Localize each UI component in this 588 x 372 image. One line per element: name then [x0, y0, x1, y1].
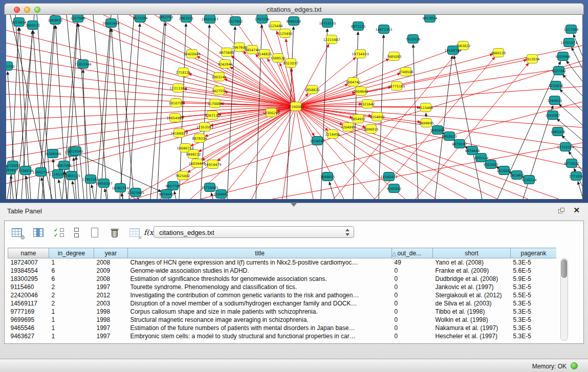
table-cell[interactable]: 0 [392, 316, 433, 324]
table-row[interactable]: 946362711997Embryonic stem cells: a mode… [8, 332, 557, 340]
graph-node[interactable]: 20206556 [44, 149, 61, 158]
graph-node[interactable]: 1604742 [346, 78, 361, 86]
close-panel-icon[interactable]: ✕ [573, 206, 580, 215]
graph-node[interactable]: 2216455 [325, 130, 340, 139]
table-cell[interactable]: 18300295 [8, 275, 49, 283]
new-table-icon[interactable] [89, 226, 102, 239]
table-cell[interactable]: 5.3E-5 [511, 324, 557, 332]
memory-status-indicator[interactable] [571, 362, 578, 369]
table-cell[interactable]: Hescheler et al. (1997) [433, 332, 511, 340]
column-header-year[interactable]: year [94, 248, 128, 258]
graph-node[interactable]: 2718126 [176, 68, 191, 77]
table-selector-dropdown[interactable]: citations_edges.txt [154, 226, 354, 238]
row-height-icon[interactable] [70, 226, 83, 239]
table-row[interactable]: 946554611997Estimation of the future num… [8, 324, 557, 332]
graph-node[interactable]: 1854957 [351, 115, 366, 123]
column-header-title[interactable]: title [128, 248, 392, 258]
graph-node[interactable]: 8322037 [284, 59, 298, 68]
table-cell[interactable]: 9115460 [8, 283, 49, 291]
graph-node[interactable]: 6879197 [452, 140, 467, 148]
graph-node[interactable]: 14671355 [375, 25, 392, 34]
network-window-titlebar[interactable]: citations_edges.txt [4, 3, 584, 15]
table-cell[interactable]: 1 [49, 308, 94, 316]
vertical-scrollbar[interactable] [560, 258, 568, 341]
table-row[interactable]: 911546021997Tourette syndrome. Phenomeno… [8, 283, 557, 291]
table-cell[interactable]: 1998 [94, 308, 128, 316]
table-cell[interactable]: 1997 [94, 324, 128, 332]
table-cell[interactable]: 1 [49, 316, 94, 324]
table-cell[interactable]: 9777169 [8, 308, 49, 316]
table-cell[interactable]: Genome-wide association studies in ADHD. [128, 267, 392, 275]
graph-node[interactable]: 6773022 [564, 159, 579, 168]
table-cell[interactable]: 2008 [94, 258, 128, 267]
table-cell[interactable]: 5.3E-5 [511, 308, 557, 316]
table-cell[interactable]: Stergiakouli et al. (2012) [433, 291, 511, 299]
graph-node[interactable]: 8878334 [192, 134, 207, 143]
table-cell[interactable]: 6 [49, 275, 94, 283]
table-cell[interactable]: 0 [392, 299, 433, 308]
table-cell[interactable]: 0 [392, 308, 433, 316]
table-cell[interactable]: 1 [49, 332, 94, 340]
graph-node[interactable]: 12215987 [323, 35, 340, 44]
column-header-name[interactable]: name [8, 248, 49, 258]
table-cell[interactable]: Corpus callosum shape and size in male p… [128, 308, 392, 316]
graph-node[interactable]: 1125484 [268, 21, 283, 30]
table-cell[interactable]: 5.3E-5 [511, 316, 557, 324]
graph-node[interactable]: 1514545 [310, 137, 325, 145]
graph-node[interactable]: 9146821 [257, 50, 272, 58]
splitter-handle-icon[interactable] [291, 203, 297, 207]
graph-node[interactable]: 1599387 [546, 111, 560, 120]
table-cell[interactable]: 2008 [94, 275, 128, 283]
table-cell[interactable]: 9465546 [8, 324, 49, 332]
column-header-pagerank[interactable]: pagerank [511, 248, 557, 258]
table-cell[interactable]: Tourette syndrome. Phenomenology and cla… [128, 283, 392, 291]
table-cell[interactable]: 0 [392, 267, 433, 275]
graph-node[interactable]: 1244413 [548, 96, 562, 105]
table-cell[interactable]: 2009 [94, 267, 128, 275]
graph-node[interactable]: 16039468 [188, 159, 205, 168]
graph-node[interactable]: 9660125 [491, 49, 506, 57]
graph-node[interactable]: 2015614 [12, 18, 27, 27]
table-cell[interactable]: Jankovic et al. (1997) [433, 283, 511, 291]
table-cell[interactable]: Nakamura et al. (1997) [433, 324, 511, 332]
graph-node[interactable]: 15751074 [560, 38, 577, 47]
graph-node[interactable]: 19654985 [166, 114, 183, 122]
graph-node[interactable]: 1321642 [360, 100, 375, 108]
graph-node[interactable]: 8096915 [364, 125, 379, 134]
table-cell[interactable]: Wolkin et al. (1998) [433, 316, 511, 324]
graph-node[interactable]: 8813054 [423, 15, 438, 23]
table-cell[interactable]: Embryonic stem cells: a model to study s… [128, 332, 392, 340]
graph-node[interactable]: 8958923 [442, 132, 457, 141]
graph-node[interactable]: 2063321 [179, 15, 194, 23]
graph-node[interactable]: 1085316 [551, 127, 565, 136]
graph-node[interactable]: 1327566 [71, 15, 85, 23]
table-cell[interactable]: 5.5E-5 [511, 291, 557, 299]
graph-node[interactable]: 1125493 [278, 29, 293, 38]
graph-node[interactable]: 1233938 [549, 81, 563, 90]
graph-node[interactable]: 7625402 [176, 171, 190, 180]
table-cell[interactable]: 2 [49, 299, 94, 308]
table-row[interactable]: 1830029562008Estimation of significance … [8, 275, 557, 283]
float-panel-icon[interactable] [558, 208, 565, 214]
table-row[interactable]: 1456911722003Disruption of a novel membe… [8, 299, 557, 308]
graph-node[interactable]: 9322450 [484, 160, 498, 169]
table-cell[interactable]: Changes of HCN gene expression and I(f) … [128, 258, 392, 267]
graph-node[interactable]: 18775165 [388, 82, 405, 91]
table-cell[interactable]: Dudbridge et al. (2008) [433, 275, 511, 283]
graph-node[interactable]: 3170084 [208, 99, 223, 108]
table-cell[interactable]: 1997 [94, 283, 128, 291]
graph-node[interactable]: 2748508 [399, 68, 413, 76]
table-cell[interactable]: 1998 [94, 316, 128, 324]
table-cell[interactable]: Structural magnetic resonance image aver… [128, 316, 392, 324]
table-cell[interactable]: Investigating the contribution of common… [128, 291, 392, 299]
table-cell[interactable]: Estimation of significance thresholds fo… [128, 275, 392, 283]
graph-node[interactable]: 1858820 [305, 85, 320, 94]
table-row[interactable]: 1938455462009Genome-wide association stu… [8, 267, 557, 275]
graph-node[interactable]: 10719135 [319, 19, 336, 28]
delete-rows-icon[interactable] [108, 226, 121, 239]
graph-node[interactable]: 10655287 [201, 15, 218, 24]
graph-node[interactable]: 18160412 [380, 172, 397, 181]
table-cell[interactable]: 1997 [94, 332, 128, 340]
table-cell[interactable]: 9699695 [8, 316, 49, 324]
selection-mode-icon[interactable]: ✓✓ [53, 226, 66, 239]
